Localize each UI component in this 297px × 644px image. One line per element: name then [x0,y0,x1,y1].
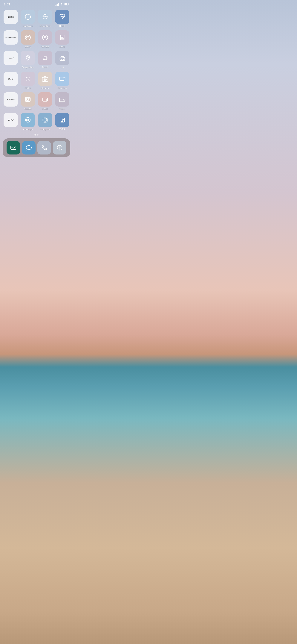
app-label-lyft: Lyft [61,66,64,68]
status-icons [55,3,69,6]
app-label-facetime: FaceTime [58,87,67,89]
svg-rect-45 [59,77,64,80]
svg-rect-29 [60,58,65,60]
app-kindle[interactable]: Kindle [55,30,70,48]
app-label-camera: Camera [41,87,49,89]
app-tiktok[interactable]: TikTok [55,113,70,130]
app-health[interactable]: Health [55,10,70,27]
app-headspace[interactable]: Headspace [20,10,35,27]
app-label-chase: Chase [42,108,48,110]
app-label-spotify: Spotify [25,46,31,48]
app-podcasts[interactable]: Podcasts [37,30,53,48]
app-label-outlook: Outlook [24,108,31,110]
svg-rect-65 [11,146,16,150]
app-label-headspace: Headspace [23,25,33,27]
dock-phone[interactable] [37,141,51,154]
svg-point-63 [46,118,47,119]
app-wallet[interactable]: Wallet [55,92,70,110]
battery-icon [64,3,69,6]
dock-messages[interactable] [22,141,35,154]
app-business-folder[interactable]: business [3,92,18,110]
svg-point-33 [27,78,29,80]
svg-rect-46 [25,98,30,102]
dock-safari[interactable] [53,141,66,154]
app-sleep-cycle[interactable]: Zz Sleep Cycle [37,10,53,27]
app-grid: health Headspace Zz Sleep Cycle [0,8,73,130]
svg-rect-55 [46,100,47,100]
svg-rect-16 [60,35,64,40]
app-entertainment-folder[interactable]: entertainment [3,30,18,48]
svg-rect-59 [63,100,64,101]
page-dots [0,130,73,138]
app-facetime[interactable]: FaceTime [55,72,70,89]
dock-mail[interactable] [6,141,20,154]
svg-line-40 [29,77,29,78]
svg-line-41 [26,80,27,80]
svg-rect-20 [61,38,64,39]
status-time: 8:53 [4,2,10,6]
app-label-kindle: Kindle [59,46,65,48]
app-label-sleep-cycle: Sleep Cycle [40,25,51,27]
app-label-wallet: Wallet [59,108,65,110]
svg-point-44 [44,79,46,80]
wifi-icon [60,3,63,6]
svg-point-31 [63,58,64,60]
app-camera[interactable]: Camera [37,72,53,89]
app-social-folder[interactable]: social [3,113,18,130]
svg-point-23 [43,58,44,60]
app-label-transit: Transit [42,66,48,68]
svg-line-38 [26,77,27,78]
app-label-maps: Google Maps [22,66,34,68]
svg-rect-1 [65,3,67,5]
app-label-podcasts: Podcasts [41,46,49,48]
app-messenger[interactable]: Messenger [20,113,35,130]
app-label-instagram: Instagram [40,128,50,130]
svg-point-13 [44,36,46,38]
page-dot-2[interactable] [37,134,38,136]
app-photo-folder[interactable]: photo [3,72,18,89]
svg-line-39 [29,80,29,80]
app-label-health: Health [59,25,65,27]
app-instagram[interactable]: Instagram [37,113,53,130]
app-lyft[interactable]: Lyft [55,51,70,68]
svg-point-24 [46,58,47,60]
app-health-folder[interactable]: health [3,10,18,27]
app-label-photos: Photos [25,87,31,89]
app-label-messenger: Messenger [23,128,33,130]
app-transit[interactable]: Transit [37,51,53,68]
dock [2,138,70,157]
svg-point-2 [25,14,30,20]
svg-text:Zz: Zz [44,16,46,18]
app-photos[interactable]: Photos [20,72,35,89]
app-google-maps[interactable]: Google Maps [20,51,35,68]
svg-point-48 [27,99,28,100]
app-spotify[interactable]: Spotify [20,30,35,48]
svg-point-43 [44,78,46,81]
app-travel-folder[interactable]: travel [3,51,18,68]
status-bar: 8:53 [0,0,73,8]
app-label-tiktok: TikTok [59,128,65,130]
svg-point-11 [25,35,30,40]
app-chase[interactable]: Chase [37,92,53,110]
svg-rect-32 [62,56,64,58]
svg-point-30 [61,58,62,60]
app-outlook[interactable]: Outlook [20,92,35,110]
page-dot-1[interactable] [34,134,36,136]
signal-icon [55,3,59,6]
svg-point-21 [27,56,29,58]
svg-point-62 [44,119,46,121]
